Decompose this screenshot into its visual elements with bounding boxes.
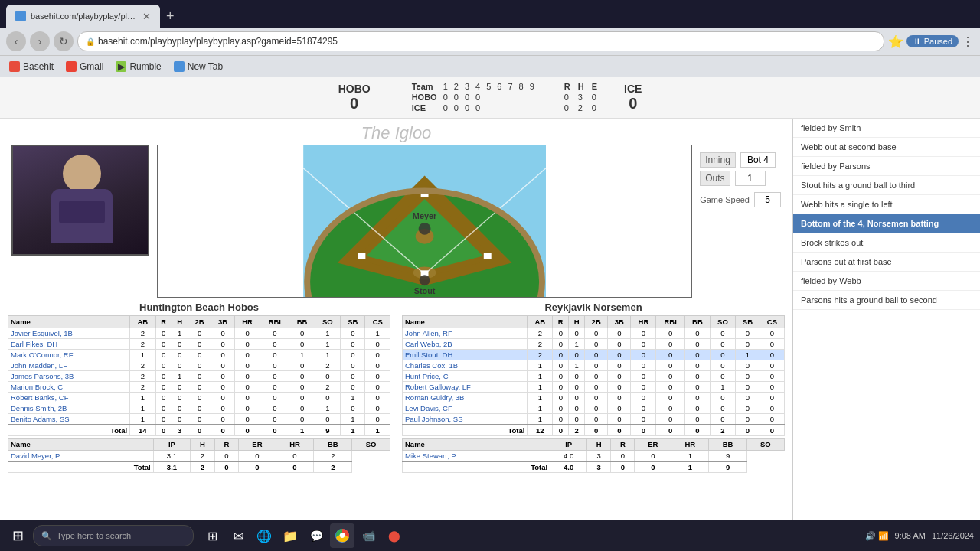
svg-point-14 bbox=[419, 223, 431, 235]
pbp-item[interactable]: fielded by Parsons bbox=[793, 157, 980, 176]
taskbar-icon-discord[interactable]: 💬 bbox=[304, 523, 328, 548]
new-tab-button[interactable]: + bbox=[160, 5, 181, 28]
url-text: basehit.com/playbyplay/playbyplay.asp?ga… bbox=[98, 36, 338, 47]
table-row: Mark O'Connor, RF10000001100 bbox=[8, 350, 390, 360]
pbp-item[interactable]: Brock strikes out bbox=[793, 233, 980, 253]
table-row: Robert Banks, CF10000000010 bbox=[8, 393, 390, 403]
table-row: Paul Johnson, SS10000000000 bbox=[403, 414, 785, 425]
game-speed-input[interactable] bbox=[754, 192, 781, 207]
pbp-item[interactable]: fielded by Smith bbox=[793, 119, 980, 138]
table-row: John Allen, RF20000000000 bbox=[403, 328, 785, 339]
search-icon: 🔍 bbox=[41, 531, 52, 541]
ice-team-name: ICE bbox=[624, 83, 642, 95]
tab-favicon bbox=[15, 11, 26, 21]
pbp-item[interactable]: fielded by Webb bbox=[793, 272, 980, 291]
table-row: Robert Galloway, LF10000000100 bbox=[403, 382, 785, 393]
table-row: Javier Esquivel, 1B20100000101 bbox=[8, 328, 390, 339]
browser-chrome: ‹ › ↻ 🔒 basehit.com/playbyplay/playbypla… bbox=[0, 28, 980, 55]
browser-tab[interactable]: basehit.com/playbyplay/playb... ✕ bbox=[6, 5, 160, 28]
pbp-item[interactable]: Parsons hits a ground ball to second bbox=[793, 291, 980, 310]
hobo-score: 0 bbox=[350, 95, 358, 112]
taskbar-icon-app[interactable]: ⬤ bbox=[382, 523, 407, 548]
start-button[interactable]: ⊞ bbox=[6, 524, 30, 547]
tray-time: 9:08 AM bbox=[895, 531, 926, 540]
svg-point-20 bbox=[340, 533, 345, 538]
taskbar-icon-chrome[interactable] bbox=[330, 523, 354, 548]
inning-label: Inning bbox=[700, 152, 736, 168]
tab-close-icon[interactable]: ✕ bbox=[142, 11, 151, 22]
search-bar[interactable]: 🔍 Type here to search bbox=[33, 525, 194, 546]
scoreboard: HOBO 0 Team 1 2 3 4 5 6 7 8 9 HOBO bbox=[0, 77, 980, 119]
ice-team-title: Reykjavik Norsemen bbox=[402, 302, 785, 313]
rhe-table: R H E 0 3 0 0 2 0 bbox=[553, 81, 601, 113]
inning-value: Bot 4 bbox=[740, 152, 776, 168]
extensions-area: ⭐ ⏸ Paused ⋮ bbox=[888, 34, 974, 49]
table-row: Mike Stewart, P4.030019 bbox=[403, 451, 785, 462]
table-row: Hunt Price, C10000000000 bbox=[403, 371, 785, 382]
venue-title: The Igloo bbox=[0, 119, 792, 145]
outs-value: 1 bbox=[735, 171, 766, 186]
table-row: Dennis Smith, 2B10000000100 bbox=[8, 403, 390, 414]
hobo-team-title: Huntington Beach Hobos bbox=[8, 302, 390, 313]
refresh-button[interactable]: ↻ bbox=[54, 31, 74, 51]
game-speed-label: Game Speed bbox=[700, 195, 750, 204]
taskbar-icon-obs[interactable]: 📹 bbox=[356, 523, 381, 548]
hobo-team-name: HOBO bbox=[338, 83, 371, 95]
tray-date: 11/26/2024 bbox=[932, 531, 974, 540]
inning-table: Team 1 2 3 4 5 6 7 8 9 HOBO 0 0 0 0 bbox=[409, 81, 537, 113]
windows-taskbar: ⊞ 🔍 Type here to search ⊞ ✉ 🌐 📁 💬 📹 ⬤ 🔊 … bbox=[0, 520, 980, 551]
table-row: Benito Adams, SS10000000010 bbox=[8, 414, 390, 425]
total-row: Total140300001911 bbox=[8, 425, 390, 436]
total-row: Total120200000200 bbox=[403, 425, 785, 436]
bookmark-rumble[interactable]: ▶ Rumble bbox=[116, 61, 161, 72]
table-row: Levi Davis, CF10000000000 bbox=[403, 403, 785, 414]
table-row: Roman Guidry, 3B10000000000 bbox=[403, 393, 785, 403]
total-row: Total4.030019 bbox=[403, 461, 785, 473]
bookmark-newtab[interactable]: New Tab bbox=[174, 61, 223, 72]
baseball-field: Meyer Stout bbox=[157, 145, 692, 298]
hobo-batting-table: Huntington Beach Hobos Name AB R H 2B 3B… bbox=[8, 302, 390, 520]
table-row: Marion Brock, C20000000200 bbox=[8, 382, 390, 393]
pbp-item[interactable]: Parsons out at first base bbox=[793, 253, 980, 272]
table-row: John Madden, LF20000000200 bbox=[8, 360, 390, 371]
table-row: Emil Stout, DH20000000010 bbox=[403, 350, 785, 360]
lock-icon: 🔒 bbox=[86, 37, 95, 46]
svg-rect-10 bbox=[358, 253, 365, 259]
outs-label: Outs bbox=[700, 171, 730, 186]
search-placeholder: Type here to search bbox=[57, 531, 131, 540]
address-bar[interactable]: 🔒 basehit.com/playbyplay/playbyplay.asp?… bbox=[77, 31, 884, 51]
bookmark-basehit[interactable]: Basehit bbox=[9, 61, 54, 72]
ice-score: 0 bbox=[629, 95, 637, 112]
table-row: Earl Fikes, DH20000000100 bbox=[8, 339, 390, 350]
pbp-item[interactable]: Stout hits a ground ball to third bbox=[793, 176, 980, 195]
webcam bbox=[11, 145, 149, 256]
ice-batting-table: Reykjavik Norsemen Name AB R H 2B 3B HR bbox=[402, 302, 785, 520]
taskbar-icon-mail[interactable]: ✉ bbox=[226, 523, 250, 548]
svg-text:Stout: Stout bbox=[414, 286, 436, 295]
svg-text:Meyer: Meyer bbox=[413, 211, 437, 220]
bookmarks-bar: Basehit Gmail ▶ Rumble New Tab bbox=[0, 55, 980, 77]
table-row: David Meyer, P3.120002 bbox=[8, 451, 390, 462]
table-row: James Parsons, 3B20100000000 bbox=[8, 371, 390, 382]
svg-rect-8 bbox=[484, 253, 492, 259]
pbp-item[interactable]: Bottom of the 4, Norsemen batting bbox=[793, 214, 980, 233]
svg-point-16 bbox=[420, 275, 430, 285]
pbp-item[interactable]: Webb out at second base bbox=[793, 138, 980, 157]
taskbar-icon-explorer[interactable]: 📁 bbox=[278, 523, 302, 548]
menu-button[interactable]: ⋮ bbox=[962, 34, 974, 49]
taskbar-icon-edge[interactable]: 🌐 bbox=[252, 523, 276, 548]
paused-badge: ⏸ Paused bbox=[906, 35, 959, 47]
tray-icons: 🔊 📶 bbox=[865, 531, 889, 541]
page-content: HOBO 0 Team 1 2 3 4 5 6 7 8 9 HOBO bbox=[0, 77, 980, 520]
extensions-button[interactable]: ⭐ bbox=[888, 34, 903, 49]
pbp-item[interactable]: Webb hits a single to left bbox=[793, 195, 980, 214]
bookmark-gmail[interactable]: Gmail bbox=[66, 61, 103, 72]
taskbar-icon-widgets[interactable]: ⊞ bbox=[200, 523, 224, 548]
table-row: Charles Cox, 1B10100000000 bbox=[403, 360, 785, 371]
pbp-panel: fielded by SmithWebb out at second basef… bbox=[792, 119, 980, 520]
table-row: Carl Webb, 2B20100000000 bbox=[403, 339, 785, 350]
tab-title: basehit.com/playbyplay/playb... bbox=[31, 11, 138, 21]
forward-button[interactable]: › bbox=[30, 31, 50, 51]
back-button[interactable]: ‹ bbox=[6, 31, 26, 51]
total-row: Total3.120002 bbox=[8, 461, 390, 473]
